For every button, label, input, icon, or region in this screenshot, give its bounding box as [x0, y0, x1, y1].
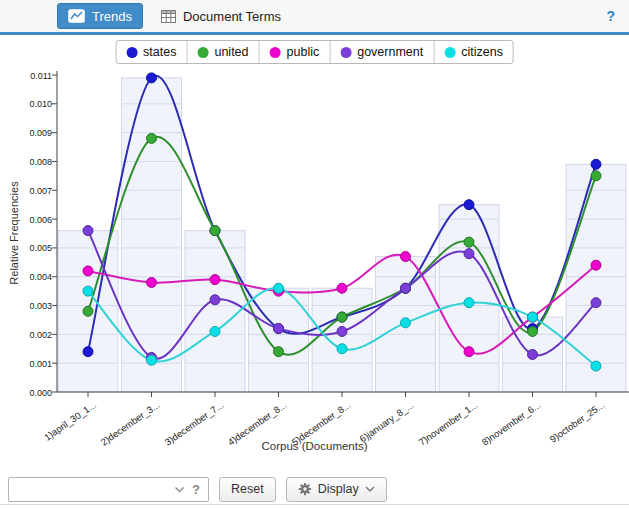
legend-label: united	[214, 45, 248, 59]
data-point-states-doc7[interactable]	[464, 200, 474, 210]
data-point-united-doc1[interactable]	[83, 306, 93, 316]
data-point-united-doc5[interactable]	[337, 312, 347, 322]
legend-item-united[interactable]: united	[187, 41, 259, 63]
y-tick-label: 0.011	[14, 71, 52, 81]
display-button-label: Display	[318, 482, 359, 496]
data-point-united-doc7[interactable]	[464, 237, 474, 247]
data-point-public-doc3[interactable]	[210, 275, 220, 285]
data-point-government-doc8[interactable]	[528, 350, 538, 360]
chevron-down-icon	[365, 486, 375, 492]
y-tick-label: 0.000	[14, 388, 52, 398]
data-point-public-doc9[interactable]	[591, 260, 601, 270]
x-tick-label: 6)january_8_...	[358, 399, 416, 444]
reset-button-label: Reset	[231, 482, 264, 496]
y-tick-label: 0.009	[14, 128, 52, 138]
legend-label: government	[357, 45, 423, 59]
legend-item-states[interactable]: states	[116, 41, 187, 63]
series-line-states[interactable]	[88, 76, 596, 352]
data-point-united-doc8[interactable]	[528, 326, 538, 336]
legend-item-public[interactable]: public	[260, 41, 331, 63]
x-tick-label: 9)october_25...	[548, 399, 607, 445]
data-point-states-doc2[interactable]	[147, 73, 157, 83]
series-line-government[interactable]	[88, 231, 596, 359]
doc-bar	[312, 288, 372, 392]
data-point-citizens-doc1[interactable]	[83, 286, 93, 296]
data-point-united-doc9[interactable]	[591, 171, 601, 181]
data-point-citizens-doc2[interactable]	[147, 355, 157, 365]
legend-swatch-states	[126, 47, 137, 58]
y-tick-label: 0.003	[14, 301, 52, 311]
data-point-citizens-doc4[interactable]	[274, 283, 284, 293]
data-point-united-doc2[interactable]	[147, 133, 157, 143]
legend-item-citizens[interactable]: citizens	[434, 41, 513, 63]
data-point-united-doc4[interactable]	[274, 347, 284, 357]
series-line-public[interactable]	[88, 255, 596, 354]
y-tick-label: 0.010	[14, 99, 52, 109]
y-tick-label: 0.005	[14, 243, 52, 253]
data-point-states-doc9[interactable]	[591, 159, 601, 169]
legend-label: public	[287, 45, 320, 59]
data-point-states-doc1[interactable]	[83, 347, 93, 357]
data-point-public-doc1[interactable]	[83, 266, 93, 276]
y-tick-label: 0.007	[14, 186, 52, 196]
search-combo: ?	[8, 477, 209, 502]
line-chart-icon	[68, 9, 85, 23]
panel-header: Trends Document Terms ?	[0, 0, 629, 35]
footer-toolbar: ? Reset Display	[0, 474, 629, 504]
data-point-public-doc2[interactable]	[147, 277, 157, 287]
display-button[interactable]: Display	[286, 477, 387, 502]
tab-trends[interactable]: Trends	[57, 3, 143, 29]
data-point-public-doc6[interactable]	[401, 252, 411, 262]
data-point-public-doc7[interactable]	[464, 347, 474, 357]
data-point-citizens-doc7[interactable]	[464, 298, 474, 308]
legend-label: citizens	[461, 45, 503, 59]
data-point-government-doc9[interactable]	[591, 298, 601, 308]
chevron-down-icon[interactable]	[172, 486, 187, 493]
y-tick-label: 0.006	[14, 215, 52, 225]
search-help-icon[interactable]: ?	[192, 482, 200, 497]
data-point-citizens-doc8[interactable]	[528, 312, 538, 322]
data-point-citizens-doc9[interactable]	[591, 361, 601, 371]
data-point-government-doc3[interactable]	[210, 295, 220, 305]
data-point-government-doc4[interactable]	[274, 324, 284, 334]
y-tick-label: 0.004	[14, 272, 52, 282]
data-point-government-doc6[interactable]	[401, 283, 411, 293]
x-tick-label: 1)april_30_1...	[42, 399, 98, 443]
x-axis-title: Corpus (Documents)	[0, 440, 629, 452]
tab-trends-label: Trends	[92, 9, 132, 24]
y-tick-label: 0.002	[14, 330, 52, 340]
data-point-citizens-doc6[interactable]	[401, 318, 411, 328]
legend-label: states	[143, 45, 176, 59]
data-point-government-doc1[interactable]	[83, 226, 93, 236]
trends-panel: Trends Document Terms ? statesunitedpubl…	[0, 0, 629, 508]
legend-swatch-united	[197, 47, 208, 58]
doc-bar	[566, 164, 626, 392]
data-point-government-doc7[interactable]	[464, 249, 474, 259]
y-tick-label: 0.008	[14, 157, 52, 167]
panel-bottom-border	[0, 504, 629, 505]
legend-swatch-citizens	[444, 47, 455, 58]
legend-item-government[interactable]: government	[330, 41, 434, 63]
data-point-citizens-doc3[interactable]	[210, 326, 220, 336]
data-point-citizens-doc5[interactable]	[337, 344, 347, 354]
gear-icon	[298, 482, 312, 496]
data-point-united-doc3[interactable]	[210, 226, 220, 236]
chart-legend: statesunitedpublicgovernmentcitizens	[115, 40, 514, 64]
doc-bar	[185, 231, 245, 392]
data-point-public-doc5[interactable]	[337, 283, 347, 293]
search-input[interactable]	[9, 482, 172, 496]
tab-document-terms-label: Document Terms	[183, 9, 281, 24]
legend-swatch-government	[340, 47, 351, 58]
reset-button[interactable]: Reset	[219, 477, 276, 502]
tab-document-terms[interactable]: Document Terms	[161, 9, 281, 24]
y-tick-label: 0.001	[14, 359, 52, 369]
table-icon	[161, 10, 176, 23]
legend-swatch-public	[270, 47, 281, 58]
y-axis-title: Relative Frequencies	[8, 181, 20, 284]
data-point-government-doc5[interactable]	[337, 326, 347, 336]
help-icon[interactable]: ?	[606, 8, 615, 24]
